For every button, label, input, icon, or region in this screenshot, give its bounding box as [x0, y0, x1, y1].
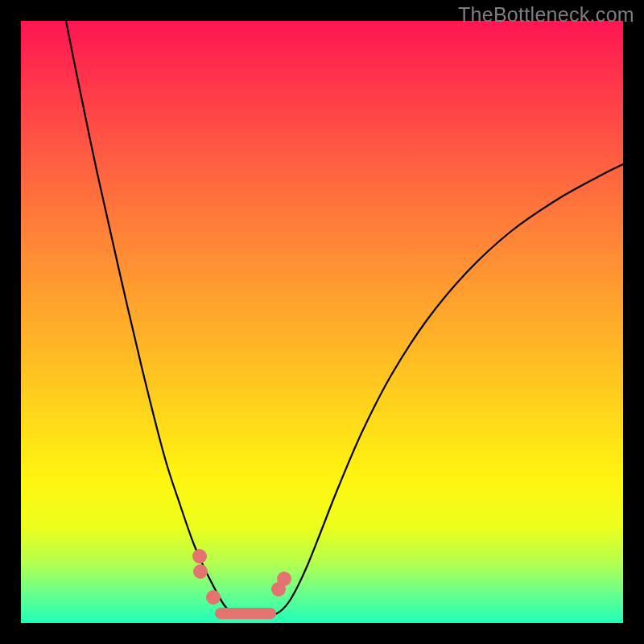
- watermark-text: TheBottleneck.com: [458, 3, 634, 27]
- marker-dot: [206, 590, 221, 605]
- marker-dot: [277, 572, 291, 586]
- curve-plot: [21, 21, 623, 623]
- chart-area: [21, 21, 623, 623]
- marker-dots: [192, 549, 291, 605]
- marker-dot: [193, 564, 208, 579]
- marker-dot: [192, 549, 207, 564]
- bottleneck-curve: [63, 5, 623, 617]
